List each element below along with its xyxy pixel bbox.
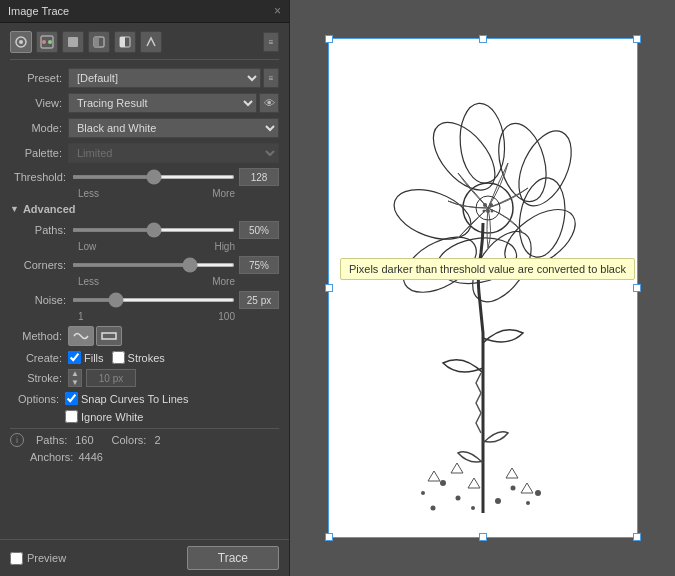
ignore-white-checkbox[interactable]	[65, 410, 78, 423]
preset-select[interactable]: [Default]	[68, 68, 261, 88]
snap-curves-checkbox[interactable]	[65, 392, 78, 405]
handle-top-right[interactable]	[633, 35, 641, 43]
handle-bottom-right[interactable]	[633, 533, 641, 541]
strokes-checkbox-label: Strokes	[112, 351, 165, 364]
options-row-1: Options: Snap Curves To Lines	[10, 392, 279, 405]
panel-content: ≡ Preset: [Default] ≡ View: Tracing Resu…	[0, 23, 289, 539]
stats-anchors-value: 4446	[78, 451, 102, 463]
options-row-2: Ignore White	[10, 410, 279, 423]
svg-marker-40	[521, 483, 533, 493]
palette-select[interactable]: Limited	[68, 143, 279, 163]
noise-min-label: 1	[78, 311, 84, 322]
svg-point-13	[508, 123, 582, 214]
paths-section: Paths: Low High	[10, 221, 279, 252]
svg-marker-38	[468, 478, 480, 488]
ignore-white-label: Ignore White	[65, 410, 143, 423]
mode-select[interactable]: Black and White Color Grayscale	[68, 118, 279, 138]
snap-curves-label: Snap Curves To Lines	[65, 392, 188, 405]
handle-top-left[interactable]	[325, 35, 333, 43]
preview-row: Preview	[10, 552, 66, 565]
view-eye-button[interactable]: 👁	[259, 93, 279, 113]
svg-point-1	[19, 40, 23, 44]
noise-label: Noise:	[10, 294, 72, 306]
svg-point-23	[483, 203, 487, 207]
svg-point-17	[421, 111, 506, 201]
svg-point-29	[455, 496, 460, 501]
svg-point-14	[494, 198, 585, 280]
corners-slider[interactable]	[72, 263, 235, 267]
stroke-row: Stroke: ▲▼	[10, 369, 279, 387]
threshold-slider[interactable]	[72, 175, 235, 179]
stats-colors-value: 2	[154, 434, 160, 446]
method-btn-1[interactable]	[68, 326, 94, 346]
stroke-spin-down[interactable]: ▲▼	[68, 369, 82, 387]
close-icon[interactable]: ×	[274, 4, 281, 18]
preset-label: Preset:	[10, 72, 68, 84]
stroke-label: Stroke:	[10, 372, 68, 384]
svg-point-32	[510, 486, 515, 491]
threshold-value[interactable]	[239, 168, 279, 186]
handle-top-center[interactable]	[479, 35, 487, 43]
panel-titlebar: Image Trace ×	[0, 0, 289, 23]
svg-point-30	[471, 506, 475, 510]
svg-point-19	[513, 174, 570, 260]
low-color-icon[interactable]	[62, 31, 84, 53]
svg-point-21	[394, 226, 485, 304]
method-label: Method:	[10, 330, 68, 342]
preset-row: Preset: [Default] ≡	[10, 68, 279, 88]
create-row: Create: Fills Strokes	[10, 351, 279, 364]
mode-label: Mode:	[10, 122, 68, 134]
strokes-label: Strokes	[128, 352, 165, 364]
canvas-area: Pixels darker than threshold value are c…	[290, 0, 675, 576]
svg-rect-5	[68, 37, 78, 47]
svg-point-4	[48, 40, 52, 44]
handle-middle-left[interactable]	[325, 284, 333, 292]
trace-button[interactable]: Trace	[187, 546, 279, 570]
paths-slider[interactable]	[72, 228, 235, 232]
handle-middle-right[interactable]	[633, 284, 641, 292]
options-label: Options:	[10, 393, 65, 405]
svg-point-25	[486, 209, 490, 213]
panel-title: Image Trace	[8, 5, 69, 17]
threshold-min-label: Less	[78, 188, 99, 199]
handle-bottom-center[interactable]	[479, 533, 487, 541]
paths-min-label: Low	[78, 241, 96, 252]
stats-colors-label: Colors:	[112, 434, 147, 446]
svg-point-27	[490, 210, 493, 213]
svg-marker-39	[506, 468, 518, 478]
method-row: Method:	[10, 326, 279, 346]
handle-bottom-left[interactable]	[325, 533, 333, 541]
grayscale-icon[interactable]	[88, 31, 110, 53]
fills-checkbox[interactable]	[68, 351, 81, 364]
image-trace-panel: Image Trace × ≡	[0, 0, 290, 576]
threshold-label: Threshold:	[10, 171, 72, 183]
svg-marker-37	[451, 463, 463, 473]
preset-menu-button[interactable]: ≡	[263, 68, 279, 88]
view-select[interactable]: Tracing Result Outlines Outlines with So…	[68, 93, 257, 113]
info-icon: i	[10, 433, 24, 447]
method-btn-2[interactable]	[96, 326, 122, 346]
paths-value[interactable]	[239, 221, 279, 239]
palette-label: Palette:	[10, 147, 68, 159]
noise-value[interactable]	[239, 291, 279, 309]
flower-image	[343, 53, 623, 523]
corners-value[interactable]	[239, 256, 279, 274]
high-color-icon[interactable]	[36, 31, 58, 53]
ignore-white-text: Ignore White	[81, 411, 143, 423]
advanced-section-header[interactable]: ▼ Advanced	[10, 203, 279, 215]
outline-icon[interactable]	[140, 31, 162, 53]
auto-color-icon[interactable]	[10, 31, 32, 53]
black-white-icon[interactable]	[114, 31, 136, 53]
panel-menu-button[interactable]: ≡	[263, 32, 279, 52]
view-label: View:	[10, 97, 68, 109]
stroke-value[interactable]	[86, 369, 136, 387]
svg-point-3	[42, 40, 46, 44]
image-frame	[328, 38, 638, 538]
noise-slider[interactable]	[72, 298, 235, 302]
strokes-checkbox[interactable]	[112, 351, 125, 364]
preview-checkbox[interactable]	[10, 552, 23, 565]
svg-point-28	[440, 480, 446, 486]
stats-paths-value: 160	[75, 434, 93, 446]
advanced-triangle: ▼	[10, 204, 19, 214]
svg-point-35	[421, 491, 425, 495]
